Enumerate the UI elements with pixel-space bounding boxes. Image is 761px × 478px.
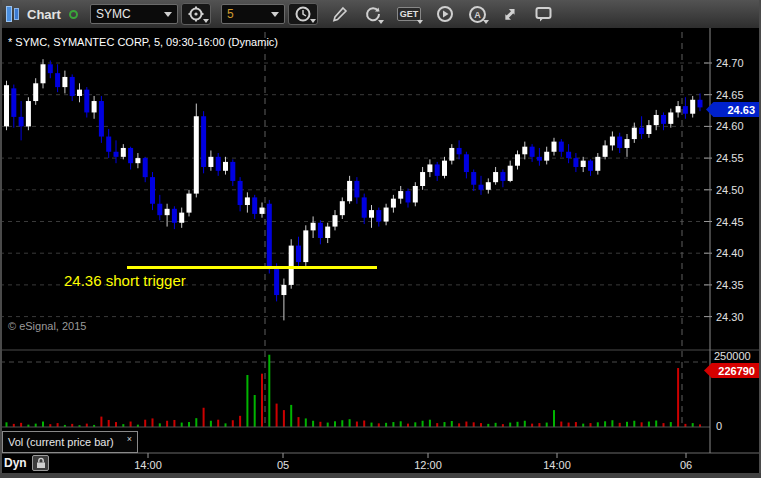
reload-button[interactable] xyxy=(361,3,385,25)
last-volume-tag: 226790 xyxy=(704,363,759,378)
instrument-header: * SYMC, SYMANTEC CORP, 5, 09:30-16:00 (D… xyxy=(8,36,278,48)
svg-text:14:00: 14:00 xyxy=(134,459,162,471)
chevron-down-icon xyxy=(271,12,279,17)
toolbar: Chart SYMC 5 xyxy=(0,0,761,28)
svg-text:24.50: 24.50 xyxy=(716,184,744,196)
svg-text:06: 06 xyxy=(680,459,692,471)
last-price-tag: 24.63 xyxy=(706,102,759,117)
svg-text:24.70: 24.70 xyxy=(716,57,744,69)
window-border xyxy=(0,0,2,478)
interval-value: 5 xyxy=(227,7,234,21)
chart-canvas[interactable]: 24.7024.6524.6024.5524.5024.4524.4024.35… xyxy=(0,28,761,473)
auto-button[interactable]: A xyxy=(466,3,490,25)
note-button[interactable] xyxy=(532,3,556,25)
interval-dropdown[interactable]: 5 xyxy=(221,4,285,24)
svg-text:A: A xyxy=(475,10,482,20)
svg-text:0: 0 xyxy=(716,420,722,432)
svg-text:05: 05 xyxy=(277,459,289,471)
dyn-label[interactable]: Dyn xyxy=(4,456,27,470)
swap-arrows-icon xyxy=(502,5,520,23)
chart-plot[interactable]: 24.7024.6524.6024.5524.5024.4524.4024.35… xyxy=(0,28,761,473)
chart-window-icon xyxy=(5,5,21,23)
pencil-icon xyxy=(331,6,348,23)
copyright-watermark: © eSignal, 2015 xyxy=(8,320,86,332)
window-border xyxy=(0,473,761,478)
symbol-dropdown[interactable]: SYMC xyxy=(90,4,178,24)
volume-tab-label: Vol (current price bar) xyxy=(8,436,114,448)
comment-icon xyxy=(534,5,553,23)
close-icon[interactable]: × xyxy=(127,432,132,444)
symbol-settings-button[interactable] xyxy=(181,3,211,25)
link-button[interactable] xyxy=(499,3,523,25)
svg-text:24.40: 24.40 xyxy=(716,247,744,259)
svg-text:24.55: 24.55 xyxy=(716,152,744,164)
svg-text:24.30: 24.30 xyxy=(716,311,744,323)
svg-text:14:00: 14:00 xyxy=(543,459,571,471)
chevron-down-icon xyxy=(164,12,172,17)
window-title: Chart xyxy=(27,7,61,22)
play-icon xyxy=(436,5,454,23)
axis-lock-button[interactable] xyxy=(32,455,49,471)
trigger-trendline[interactable] xyxy=(127,266,377,269)
lock-icon xyxy=(35,457,47,469)
symbol-value: SYMC xyxy=(96,7,131,21)
svg-text:12:00: 12:00 xyxy=(414,459,442,471)
svg-text:24.60: 24.60 xyxy=(716,120,744,132)
status-ring-icon xyxy=(69,10,78,19)
svg-text:24.45: 24.45 xyxy=(716,216,744,228)
play-button[interactable] xyxy=(433,3,457,25)
svg-text:250000: 250000 xyxy=(714,350,751,362)
get-data-button[interactable]: GET xyxy=(394,3,424,25)
trigger-annotation[interactable]: 24.36 short trigger xyxy=(64,272,186,289)
svg-text:24.65: 24.65 xyxy=(716,89,744,101)
volume-study-tab[interactable]: Vol (current price bar) × xyxy=(2,431,138,453)
chart-window: Chart SYMC 5 xyxy=(0,0,761,478)
svg-text:24.35: 24.35 xyxy=(716,279,744,291)
get-data-icon: GET xyxy=(397,7,422,21)
draw-tool-button[interactable] xyxy=(328,3,352,25)
time-template-button[interactable] xyxy=(288,3,318,25)
